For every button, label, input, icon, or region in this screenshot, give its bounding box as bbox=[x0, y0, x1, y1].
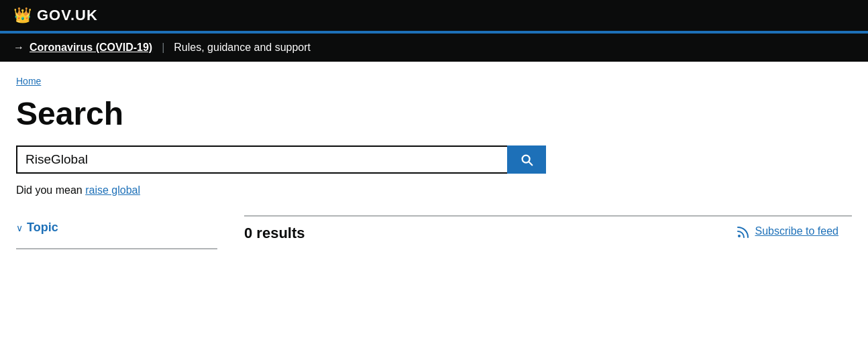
covid-link[interactable]: Coronavirus (COVID-19) bbox=[30, 42, 152, 54]
gov-logo[interactable]: 👑 GOV.UK bbox=[13, 7, 98, 24]
results-and-subscribe: 0 results Subscribe to feed bbox=[244, 215, 852, 242]
covid-separator: | bbox=[162, 42, 164, 54]
crown-icon: 👑 bbox=[13, 7, 32, 24]
svg-point-0 bbox=[738, 235, 741, 237]
search-input[interactable] bbox=[16, 145, 507, 174]
bottom-row: ∨ Topic 0 results Subscribe to feed bbox=[16, 215, 852, 249]
page-title: Search bbox=[16, 95, 852, 132]
search-icon bbox=[519, 152, 534, 167]
covid-arrow-icon: → bbox=[13, 42, 24, 54]
did-you-mean-text: Did you mean raise global bbox=[16, 184, 852, 196]
chevron-down-icon: ∨ bbox=[16, 223, 23, 233]
search-bar-container bbox=[16, 145, 546, 174]
topic-toggle[interactable]: ∨ Topic bbox=[16, 215, 217, 240]
search-button[interactable] bbox=[507, 145, 546, 174]
main-content: Home Search Did you mean raise global ∨ … bbox=[0, 62, 868, 263]
subscribe-to-feed-link[interactable]: Subscribe to feed bbox=[737, 225, 838, 238]
filters-column: ∨ Topic bbox=[16, 215, 217, 249]
results-count: 0 results bbox=[244, 225, 305, 242]
topic-label: Topic bbox=[27, 221, 58, 235]
site-header: 👑 GOV.UK bbox=[0, 0, 868, 31]
covid-banner: → Coronavirus (COVID-19) | Rules, guidan… bbox=[0, 34, 868, 62]
covid-description: Rules, guidance and support bbox=[174, 42, 311, 54]
subscribe-to-feed-label: Subscribe to feed bbox=[755, 225, 838, 237]
feed-icon bbox=[737, 225, 751, 238]
did-you-mean-prefix: Did you mean bbox=[16, 184, 85, 196]
gov-uk-title: GOV.UK bbox=[37, 7, 98, 24]
breadcrumb-home[interactable]: Home bbox=[16, 76, 41, 86]
did-you-mean-link[interactable]: raise global bbox=[85, 184, 140, 196]
